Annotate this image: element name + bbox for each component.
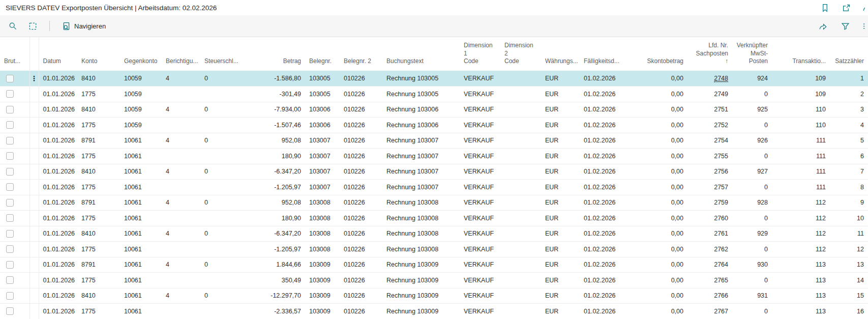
cell-dimension1code[interactable]: VERKAUF: [460, 71, 500, 86]
table-row[interactable]: 01.01.202684101006140-6.347,201030070102…: [0, 164, 868, 180]
cell-gegenkonto[interactable]: 10061: [120, 180, 162, 195]
cell-transaktion[interactable]: 111: [772, 180, 830, 195]
cell-faelligkeit[interactable]: 01.02.2026: [580, 149, 631, 164]
cell-lfdnr[interactable]: 2749: [687, 86, 732, 102]
cell-transaktion[interactable]: 113: [772, 288, 830, 304]
cell-dimension2code[interactable]: [500, 226, 541, 242]
cell-berichtigung[interactable]: [162, 86, 200, 102]
cell-faelligkeit[interactable]: 01.02.2026: [580, 71, 631, 86]
cell-steuerschluessel[interactable]: [200, 149, 239, 164]
cell-transaktion[interactable]: 110: [772, 102, 830, 118]
cell-datum[interactable]: 01.01.2026: [39, 102, 77, 118]
cell-belegnr2[interactable]: 010226: [340, 180, 382, 195]
cell-dimension2code[interactable]: [500, 86, 541, 102]
table-row[interactable]: 01.01.2026177510061180,90103007010226Rec…: [0, 149, 868, 164]
cell-satzzaehler[interactable]: 4: [830, 118, 868, 133]
navigate-button[interactable]: Navigieren: [59, 18, 109, 34]
column-header-konto[interactable]: Konto: [77, 37, 120, 71]
cell-dimension2code[interactable]: [500, 164, 541, 180]
cell-dimension2code[interactable]: [500, 195, 541, 211]
cell-betrag[interactable]: -1.507,46: [239, 118, 305, 133]
cell-waehrung[interactable]: EUR: [541, 288, 580, 304]
cell-transaktion[interactable]: 112: [772, 211, 830, 226]
cell-lfdnr[interactable]: 2757: [687, 180, 732, 195]
cell-waehrung[interactable]: EUR: [541, 71, 580, 86]
cell-steuerschluessel[interactable]: [200, 273, 239, 288]
row-checkbox[interactable]: [6, 245, 14, 253]
column-header-dimension1code[interactable]: Dimension 1 Code: [460, 37, 500, 71]
clipped-edge-icon[interactable]: [862, 3, 865, 13]
cell-lfdnr[interactable]: 2767: [687, 304, 732, 319]
cell-skontobetrag[interactable]: 0,00: [631, 273, 687, 288]
cell-buchungstext[interactable]: Rechnung 103009: [382, 273, 460, 288]
table-row[interactable]: 01.01.2026177510059-301,49103005010226Re…: [0, 86, 868, 102]
cell-betrag[interactable]: -301,49: [239, 86, 305, 102]
cell-berichtigung[interactable]: 4: [162, 288, 200, 304]
cell-steuerschluessel[interactable]: [200, 304, 239, 319]
cell-dimension2code[interactable]: [500, 304, 541, 319]
cell-skontobetrag[interactable]: 0,00: [631, 180, 687, 195]
cell-datum[interactable]: 01.01.2026: [39, 257, 77, 273]
cell-steuerschluessel[interactable]: 0: [200, 71, 239, 86]
column-header-steuerschluessel[interactable]: Steuerschl...: [200, 37, 239, 71]
cell-dimension2code[interactable]: [500, 242, 541, 257]
cell-belegnr2[interactable]: 010226: [340, 211, 382, 226]
cell-steuerschluessel[interactable]: [200, 211, 239, 226]
cell-berichtigung[interactable]: [162, 273, 200, 288]
cell-dimension1code[interactable]: VERKAUF: [460, 288, 500, 304]
cell-dimension2code[interactable]: [500, 257, 541, 273]
cell-berichtigung[interactable]: [162, 304, 200, 319]
cell-belegnr[interactable]: 103005: [305, 86, 340, 102]
column-header-mwstposten[interactable]: Verknüpfter MwSt- Posten: [732, 37, 772, 71]
cell-lfdnr[interactable]: 2761: [687, 226, 732, 242]
cell-dimension1code[interactable]: VERKAUF: [460, 102, 500, 118]
cell-buchungstext[interactable]: Rechnung 103007: [382, 133, 460, 149]
cell-datum[interactable]: 01.01.2026: [39, 71, 77, 86]
cell-lfdnr[interactable]: 2756: [687, 164, 732, 180]
cell-satzzaehler[interactable]: 8: [830, 180, 868, 195]
cell-datum[interactable]: 01.01.2026: [39, 273, 77, 288]
cell-mwstposten[interactable]: 926: [732, 133, 772, 149]
cell-faelligkeit[interactable]: 01.02.2026: [580, 211, 631, 226]
cell-berichtigung[interactable]: [162, 180, 200, 195]
cell-waehrung[interactable]: EUR: [541, 149, 580, 164]
cell-faelligkeit[interactable]: 01.02.2026: [580, 288, 631, 304]
cell-waehrung[interactable]: EUR: [541, 133, 580, 149]
cell-gegenkonto[interactable]: 10059: [120, 118, 162, 133]
cell-dimension2code[interactable]: [500, 288, 541, 304]
cell-transaktion[interactable]: 110: [772, 118, 830, 133]
cell-belegnr[interactable]: 103009: [305, 288, 340, 304]
cell-faelligkeit[interactable]: 01.02.2026: [580, 102, 631, 118]
row-checkbox[interactable]: [6, 230, 14, 238]
cell-belegnr[interactable]: 103006: [305, 102, 340, 118]
cell-skontobetrag[interactable]: 0,00: [631, 257, 687, 273]
cell-belegnr[interactable]: 103009: [305, 304, 340, 319]
cell-satzzaehler[interactable]: 5: [830, 133, 868, 149]
cell-buchungstext[interactable]: Rechnung 103009: [382, 257, 460, 273]
cell-datum[interactable]: 01.01.2026: [39, 180, 77, 195]
cell-mwstposten[interactable]: 0: [732, 273, 772, 288]
row-checkbox[interactable]: [6, 292, 14, 300]
cell-satzzaehler[interactable]: 15: [830, 288, 868, 304]
cell-datum[interactable]: 01.01.2026: [39, 242, 77, 257]
cell-konto[interactable]: 8410: [77, 164, 120, 180]
cell-belegnr2[interactable]: 010226: [340, 195, 382, 211]
row-checkbox[interactable]: [6, 75, 14, 82]
table-row[interactable]: 01.01.2026879110061401.844,6610300901022…: [0, 257, 868, 273]
cell-dimension2code[interactable]: [500, 180, 541, 195]
cell-skontobetrag[interactable]: 0,00: [631, 71, 687, 86]
cell-satzzaehler[interactable]: 3: [830, 102, 868, 118]
cell-waehrung[interactable]: EUR: [541, 242, 580, 257]
cell-belegnr2[interactable]: 010226: [340, 288, 382, 304]
cell-konto[interactable]: 1775: [77, 273, 120, 288]
cell-gegenkonto[interactable]: 10059: [120, 102, 162, 118]
cell-konto[interactable]: 1775: [77, 118, 120, 133]
cell-datum[interactable]: 01.01.2026: [39, 118, 77, 133]
cell-konto[interactable]: 8410: [77, 288, 120, 304]
cell-betrag[interactable]: 350,49: [239, 273, 305, 288]
cell-steuerschluessel[interactable]: 0: [200, 102, 239, 118]
cell-konto[interactable]: 8410: [77, 102, 120, 118]
cell-skontobetrag[interactable]: 0,00: [631, 195, 687, 211]
cell-satzzaehler[interactable]: 12: [830, 242, 868, 257]
cell-belegnr2[interactable]: 010226: [340, 226, 382, 242]
